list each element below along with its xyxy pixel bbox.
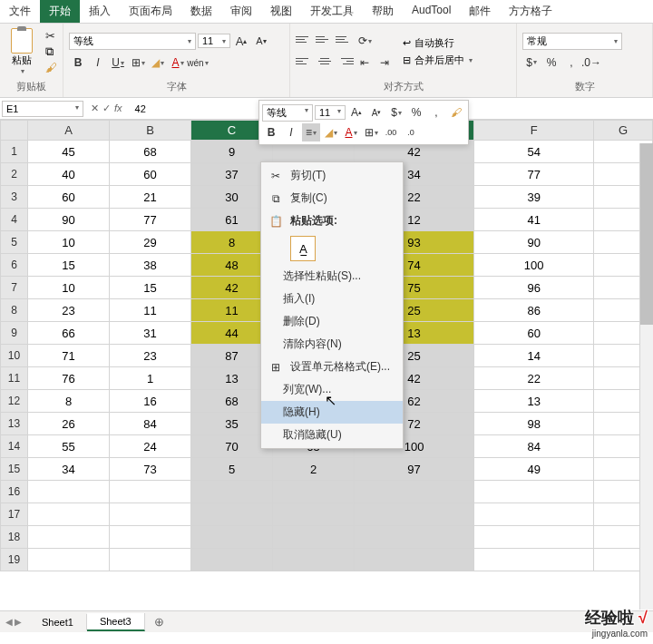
cell[interactable]: 10 xyxy=(28,277,110,299)
cell[interactable]: 40 xyxy=(28,163,110,186)
cell[interactable]: 84 xyxy=(474,435,594,458)
menu-data[interactable]: 数据 xyxy=(181,0,221,23)
cell[interactable] xyxy=(110,549,191,571)
cell[interactable]: 14 xyxy=(474,345,594,367)
row-header-9[interactable]: 9 xyxy=(1,322,28,345)
mini-font-dropdown[interactable]: 等线▾ xyxy=(262,104,313,122)
cell[interactable] xyxy=(273,549,355,571)
cell[interactable]: 55 xyxy=(28,435,110,458)
mini-align[interactable]: ≡▾ xyxy=(302,123,320,141)
cell[interactable]: 38 xyxy=(110,254,191,277)
mini-border[interactable]: ⊞▾ xyxy=(362,123,380,141)
font-size-dropdown[interactable]: 11▾ xyxy=(198,34,230,48)
row-header-15[interactable]: 15 xyxy=(1,458,28,481)
merge-center-button[interactable]: ⊟合并后居中▾ xyxy=(403,54,473,67)
cell[interactable]: 45 xyxy=(28,141,110,163)
cell[interactable]: 24 xyxy=(110,435,191,458)
cm-hide[interactable]: 隐藏(H) xyxy=(261,401,403,424)
menu-layout[interactable]: 页面布局 xyxy=(120,0,181,23)
mini-font-color[interactable]: A▾ xyxy=(342,123,360,141)
sheet-tab-3[interactable]: Sheet3 xyxy=(87,613,145,631)
menu-home[interactable]: 开始 xyxy=(40,0,80,23)
menu-insert[interactable]: 插入 xyxy=(80,0,120,23)
mini-comma[interactable]: , xyxy=(427,103,445,122)
menu-view[interactable]: 视图 xyxy=(261,0,301,23)
mini-increase-font[interactable]: A▴ xyxy=(347,103,365,122)
sheet-nav-next[interactable]: ▶ xyxy=(15,617,22,627)
cell[interactable]: 68 xyxy=(110,141,191,163)
cell[interactable] xyxy=(191,549,273,571)
cell[interactable]: 13 xyxy=(474,390,594,413)
cell[interactable] xyxy=(273,481,355,503)
cell[interactable]: 22 xyxy=(474,367,594,390)
row-header-11[interactable]: 11 xyxy=(1,367,28,390)
cm-format-cells[interactable]: ⊞设置单元格格式(E)... xyxy=(261,356,403,378)
cell[interactable] xyxy=(28,503,110,526)
cell[interactable]: 10 xyxy=(28,231,110,254)
cm-copy[interactable]: ⧉复制(C) xyxy=(261,187,403,210)
currency-button[interactable]: $▾ xyxy=(522,54,541,72)
col-header-A[interactable]: A xyxy=(28,121,110,141)
cell[interactable] xyxy=(355,503,474,526)
fill-color-button[interactable]: ◢▾ xyxy=(149,54,167,72)
cell[interactable] xyxy=(191,503,273,526)
cell[interactable]: 60 xyxy=(110,163,191,186)
cell[interactable] xyxy=(110,526,191,549)
menu-help[interactable]: 帮助 xyxy=(363,0,403,23)
cell[interactable]: 90 xyxy=(28,209,110,231)
row-header-18[interactable]: 18 xyxy=(1,526,28,549)
cell[interactable]: 21 xyxy=(110,186,191,209)
percent-button[interactable]: % xyxy=(542,54,560,72)
cell[interactable]: 86 xyxy=(474,299,594,322)
row-header-5[interactable]: 5 xyxy=(1,231,28,254)
cell[interactable]: 1 xyxy=(110,367,191,390)
copy-icon[interactable]: ⧉ xyxy=(45,44,57,59)
cell[interactable] xyxy=(28,526,110,549)
cell[interactable]: 29 xyxy=(110,231,191,254)
cell[interactable] xyxy=(474,503,594,526)
mini-currency[interactable]: $▾ xyxy=(387,103,405,122)
cell[interactable]: 97 xyxy=(355,458,474,481)
cell[interactable]: 84 xyxy=(110,413,191,435)
menu-review[interactable]: 审阅 xyxy=(221,0,261,23)
increase-indent-icon[interactable]: ⇥ xyxy=(375,54,394,72)
format-painter-icon[interactable]: 🖌 xyxy=(45,61,57,74)
paste-button[interactable]: 粘贴 ▾ xyxy=(5,28,38,75)
cell[interactable]: 34 xyxy=(28,458,110,481)
cut-icon[interactable]: ✂ xyxy=(45,29,57,43)
cell[interactable] xyxy=(474,549,594,571)
menu-file[interactable]: 文件 xyxy=(0,0,40,23)
row-header-19[interactable]: 19 xyxy=(1,549,28,571)
cm-delete[interactable]: 删除(D) xyxy=(261,310,403,333)
increase-decimal-icon[interactable]: .0→ xyxy=(582,54,600,72)
cell[interactable]: 23 xyxy=(28,299,110,322)
cell[interactable] xyxy=(355,526,474,549)
menu-ffgz[interactable]: 方方格子 xyxy=(500,0,561,23)
cell[interactable]: 41 xyxy=(474,209,594,231)
cell[interactable]: 76 xyxy=(28,367,110,390)
cell[interactable] xyxy=(273,503,355,526)
cell[interactable]: 5 xyxy=(191,458,273,481)
cell[interactable]: 100 xyxy=(474,254,594,277)
align-top-icon[interactable] xyxy=(296,32,314,46)
cell[interactable]: 54 xyxy=(474,141,594,163)
cm-insert[interactable]: 插入(I) xyxy=(261,288,403,310)
row-header-10[interactable]: 10 xyxy=(1,345,28,367)
cancel-icon[interactable]: ✕ xyxy=(91,102,99,114)
bold-button[interactable]: B xyxy=(69,54,87,72)
align-center-icon[interactable] xyxy=(316,54,334,68)
cm-paste-option[interactable]: A̲ xyxy=(261,232,403,265)
font-name-dropdown[interactable]: 等线▾ xyxy=(69,33,196,50)
cm-unhide[interactable]: 取消隐藏(U) xyxy=(261,424,403,446)
cell[interactable] xyxy=(191,481,273,503)
row-header-2[interactable]: 2 xyxy=(1,163,28,186)
phonetic-button[interactable]: wén▾ xyxy=(189,54,207,72)
col-header-B[interactable]: B xyxy=(110,121,191,141)
cell[interactable] xyxy=(110,503,191,526)
cell[interactable] xyxy=(474,526,594,549)
border-button[interactable]: ⊞▾ xyxy=(129,54,147,72)
col-header-G[interactable]: G xyxy=(594,121,653,141)
cell[interactable]: 96 xyxy=(474,277,594,299)
cell[interactable]: 39 xyxy=(474,186,594,209)
row-header-7[interactable]: 7 xyxy=(1,277,28,299)
